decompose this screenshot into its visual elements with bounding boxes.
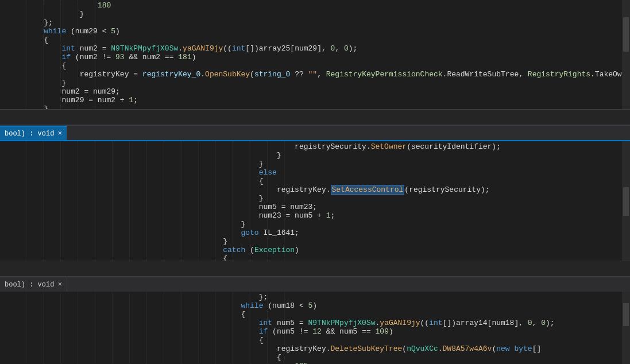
pane-divider[interactable] <box>0 109 630 125</box>
code-line[interactable]: registryKey.DeleteSubKeyTree(nQvuXCc.DW8… <box>0 344 630 353</box>
code-line[interactable]: int num2 = N9TNkPMpyfjX0Sw.yaGANI9jy((in… <box>0 44 630 53</box>
code-line[interactable]: } <box>0 79 630 87</box>
code-line[interactable]: } <box>0 10 630 18</box>
scroll-thumb[interactable] <box>623 17 629 52</box>
code-line[interactable]: { <box>0 61 630 70</box>
tab-label: bool) : void <box>5 130 54 138</box>
tab-label: bool) : void <box>5 281 54 289</box>
code-editor-3[interactable]: }; while (num18 < 5) { int num5 = N9TNkP… <box>0 292 630 364</box>
code-line[interactable]: num2 = num29; <box>0 87 630 96</box>
code-line[interactable]: } <box>0 237 630 246</box>
code-editor-2[interactable]: registrySecurity.SetOwner(securityIdenti… <box>0 140 630 261</box>
code-line[interactable]: } <box>0 220 630 229</box>
code-line[interactable]: { <box>0 177 630 185</box>
code-line[interactable]: int num5 = N9TNkPMpyfjX0Sw.yaGANI9jy((in… <box>0 319 630 327</box>
scrollbar-vertical[interactable] <box>622 292 630 364</box>
code-line[interactable]: if (num5 != 12 && num5 == 109) <box>0 327 630 336</box>
code-line[interactable]: } <box>0 151 630 160</box>
code-line[interactable]: num5 = num23; <box>0 203 630 211</box>
code-editor-1[interactable]: 180 } }; while (num29 < 5) { int num2 = … <box>0 0 630 109</box>
code-pane-2: bool) : void × registrySecurity.SetOwner… <box>0 125 630 261</box>
code-line[interactable]: if (num2 != 93 && num2 == 181) <box>0 53 630 61</box>
code-line[interactable]: } <box>0 194 630 203</box>
tab-bool-void[interactable]: bool) : void × <box>0 277 67 292</box>
code-line[interactable]: { <box>0 36 630 44</box>
code-line[interactable]: 180 <box>0 1 630 10</box>
scrollbar-vertical[interactable] <box>622 141 630 261</box>
code-line[interactable]: while (num18 < 5) <box>0 301 630 310</box>
code-line[interactable]: num29 = num2 + 1; <box>0 96 630 104</box>
code-line[interactable]: num23 = num5 + 1; <box>0 211 630 220</box>
code-line[interactable]: registrySecurity.SetOwner(securityIdenti… <box>0 142 630 151</box>
code-pane-1: 180 } }; while (num29 < 5) { int num2 = … <box>0 0 630 109</box>
code-line[interactable]: registryKey.SetAccessControl(registrySec… <box>0 185 630 194</box>
scroll-thumb[interactable] <box>623 303 629 326</box>
code-line[interactable]: { <box>0 310 630 319</box>
code-line[interactable]: while (num29 < 5) <box>0 27 630 36</box>
code-line[interactable]: { <box>0 254 630 261</box>
scroll-thumb[interactable] <box>623 187 629 216</box>
code-line[interactable]: 135, <box>0 362 630 364</box>
close-icon[interactable]: × <box>57 129 62 138</box>
code-line[interactable]: registryKey = registryKey_0.OpenSubKey(s… <box>0 70 630 79</box>
tab-bar-2: bool) : void × <box>0 125 630 140</box>
code-line[interactable]: { <box>0 353 630 362</box>
tab-bar-3: bool) : void × <box>0 277 630 292</box>
code-line[interactable]: } <box>0 104 630 109</box>
code-line[interactable]: else <box>0 168 630 177</box>
code-line[interactable]: goto IL_1641; <box>0 229 630 237</box>
scrollbar-vertical[interactable] <box>622 0 630 109</box>
code-line[interactable]: }; <box>0 18 630 27</box>
code-line[interactable]: catch (Exception) <box>0 246 630 254</box>
code-line[interactable]: }; <box>0 293 630 301</box>
code-pane-3: bool) : void × }; while (num18 < 5) <box>0 277 630 364</box>
tab-bool-void-active[interactable]: bool) : void × <box>0 126 67 140</box>
close-icon[interactable]: × <box>57 280 62 289</box>
pane-divider[interactable] <box>0 261 630 277</box>
code-line[interactable]: { <box>0 336 630 344</box>
code-line[interactable]: } <box>0 160 630 168</box>
